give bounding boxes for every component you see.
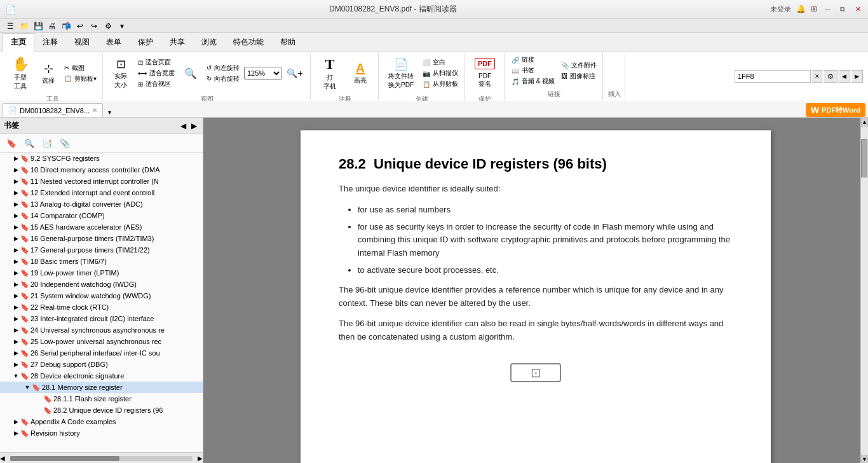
toggle-rtc[interactable]: ▶ [11,304,20,310]
tree-item-dbg[interactable]: ▶ 🔖 27 Debug support (DBG) [0,359,203,370]
tree-item-lptim[interactable]: ▶ 🔖 19 Low-power timer (LPTIM) [0,267,203,279]
toggle-comp[interactable]: ▶ [11,212,20,219]
toggle-wwdg[interactable]: ▶ [11,293,20,299]
tree-item-syscfg[interactable]: ▶ 🔖 9.2 SYSCFG registers [0,153,203,164]
tree-item-comp[interactable]: ▶ 🔖 14 Comparator (COMP) [0,210,203,221]
convert-to-pdf-button[interactable]: 📄 将文件转换为PDF [384,54,418,92]
sidebar-scroll-left[interactable]: ◀ [0,455,5,462]
toggle-nvic[interactable]: ▶ [11,178,20,184]
tree-item-lpuart[interactable]: ▶ 🔖 25 Low-power universal asynchronous … [0,336,203,347]
layers-panel-icon[interactable]: 📑 [39,137,55,149]
screen-mode-icon[interactable]: ⊞ [811,4,817,15]
blank-button[interactable]: ⬜ 空白 [421,57,460,67]
restore-button[interactable]: ⧉ [837,4,848,15]
settings-button[interactable]: ⚙ [102,20,114,32]
tab-form[interactable]: 表单 [98,33,130,52]
toggle-i2c[interactable]: ▶ [11,315,20,322]
toggle-tim21[interactable]: ▶ [11,247,20,253]
search-prev-button[interactable]: ◀ [839,70,850,83]
sidebar-collapse-button[interactable]: ◀ [179,121,188,130]
toggle-lptim[interactable]: ▶ [11,270,20,276]
toggle-revision[interactable]: ▶ [11,430,20,436]
tree-item-tim21[interactable]: ▶ 🔖 17 General-purpose timers (TIM21/22) [0,244,203,256]
open-file-button[interactable]: 📁 [18,20,31,32]
search-panel-icon[interactable]: 🔍 [22,137,37,149]
tab-document[interactable]: 📄 DM00108282_ENV8... ✕ [3,103,103,117]
tree-item-tim6[interactable]: ▶ 🔖 18 Basic timers (TIM6/7) [0,256,203,267]
select-tool-button[interactable]: ⊹ 选择 [37,54,60,92]
tree-item-i2c[interactable]: ▶ 🔖 23 Inter-integrated circuit (I2C) in… [0,313,203,324]
toggle-extic[interactable]: ▶ [11,190,20,196]
hand-tool-button[interactable]: ✋ 手型工具 [6,54,34,92]
paste-from-clipboard-button[interactable]: 📋 从剪贴板 [421,79,460,89]
toggle-tim6[interactable]: ▶ [11,258,20,265]
search-next-button[interactable]: ▶ [851,70,863,83]
toggle-unique-id[interactable] [34,407,43,413]
sidebar-expand-button[interactable]: ▶ [189,121,199,130]
scroll-down-button[interactable]: ▼ [861,455,868,463]
bookmark-panel-icon[interactable]: 🔖 [4,137,19,149]
toggle-mem-size[interactable]: ▼ [23,384,32,390]
tab-view[interactable]: 视图 [66,33,98,52]
attachments-panel-icon[interactable]: 📎 [57,137,72,149]
tree-item-dma[interactable]: ▶ 🔖 10 Direct memory access controller (… [0,164,203,176]
actual-size-button[interactable]: ⊡ 实际大小 [108,54,133,92]
menu-button[interactable]: ☰ [4,20,17,32]
fit-width-button[interactable]: ⟷ 适合宽度 [136,68,177,78]
tree-item-spi[interactable]: ▶ 🔖 26 Serial peripheral interface/ inte… [0,347,203,359]
link-button[interactable]: 🔗 链接 [510,55,557,65]
pdf-sign-button[interactable]: PDF PDF签名 [470,54,500,92]
clipboard-button[interactable]: 📋 剪贴板▾ [62,74,98,84]
tab-help[interactable]: 帮助 [272,33,304,52]
attachment-button[interactable]: 📎 文件附件 [559,60,599,71]
tree-item-aes[interactable]: ▶ 🔖 15 AES hardware accelerator (AES) [0,221,203,233]
scroll-track[interactable] [861,127,868,455]
tree-item-wwdg[interactable]: ▶ 🔖 21 System window watchdog (WWDG) [0,290,203,301]
tree-item-des[interactable]: ▼ 🔖 28 Device electronic signature [0,370,203,382]
tab-special[interactable]: 特色功能 [225,33,272,52]
zoom-select[interactable]: 125% 100% 75% 150% [244,67,282,79]
screenshot-button[interactable]: ✂ 截图 [62,63,98,73]
pdf-scroll-area[interactable]: 28.2 Unique device ID registers (96 bits… [203,118,868,463]
toggle-lpuart[interactable]: ▶ [11,338,20,345]
tree-item-extic[interactable]: ▶ 🔖 12 Extended interrupt and event cont… [0,187,203,198]
tree-item-nvic[interactable]: ▶ 🔖 11 Nested vectored interrupt control… [0,176,203,187]
login-status[interactable]: 未登录 [770,4,791,15]
toggle-tim2[interactable]: ▶ [11,235,20,242]
zoom-increase-button[interactable]: 🔍+ [283,67,306,79]
save-button[interactable]: 💾 [32,20,44,32]
tree-item-appendix[interactable]: ▶ 🔖 Appendix A Code examples [0,416,203,427]
rotate-left-button[interactable]: ↺ 向左旋转 [205,63,241,73]
sidebar-scrollbar-track[interactable] [10,456,193,461]
pdf-to-word-button[interactable]: W PDF转Word [806,103,865,117]
sidebar-scrollbar-thumb[interactable] [10,456,119,461]
tab-annotate[interactable]: 注释 [34,33,66,52]
minimize-button[interactable]: ─ [822,4,832,15]
tab-close-button[interactable]: ✕ [92,107,97,114]
fit-view-button[interactable]: ⊞ 适合视区 [136,79,177,89]
search-clear-button[interactable]: ✕ [812,70,822,83]
top-search-input[interactable] [735,70,811,83]
toggle-dma[interactable]: ▶ [11,167,20,173]
notification-icon[interactable]: 🔔 [796,4,806,15]
tree-item-revision[interactable]: ▶ 🔖 Revision history [0,427,203,439]
zoom-in-button[interactable]: 🔍 [179,66,202,81]
email-button[interactable]: 📬 [60,20,72,32]
toggle-usart[interactable]: ▶ [11,327,20,333]
close-button[interactable]: ✕ [853,4,863,15]
tree-item-iwdg[interactable]: ▶ 🔖 20 Independent watchdog (IWDG) [0,279,203,290]
tab-browse[interactable]: 浏览 [193,33,225,52]
image-mark-button[interactable]: 🖼 图像标注 [559,71,599,81]
sidebar-scroll-right[interactable]: ▶ [198,455,203,462]
tree-item-usart[interactable]: ▶ 🔖 24 Universal synchronous asynchronou… [0,324,203,336]
highlight-button[interactable]: A 高亮 [346,54,374,92]
rotate-right-button[interactable]: ↻ 向右旋转 [205,74,241,84]
toggle-syscfg[interactable]: ▶ [11,155,20,162]
search-settings-button[interactable]: ⚙ [824,70,837,83]
toggle-dbg[interactable]: ▶ [11,361,20,368]
fit-page-button[interactable]: ⊡ 适合页面 [136,57,177,67]
tree-item-tim2[interactable]: ▶ 🔖 16 General-purpose timers (TIM2/TIM3… [0,233,203,244]
dropdown-button[interactable]: ▾ [116,20,128,32]
tab-share[interactable]: 共享 [161,33,193,52]
bookmark-button[interactable]: 📖 书签 [510,66,557,76]
